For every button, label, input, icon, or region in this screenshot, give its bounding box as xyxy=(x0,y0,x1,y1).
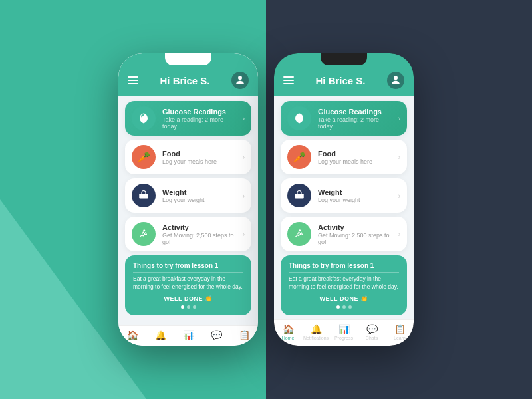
lesson-dots-light xyxy=(133,305,243,309)
glucose-text-dark: Glucose Readings Take a reading: 2 more … xyxy=(318,108,392,130)
food-chevron-dark: › xyxy=(398,154,400,161)
weight-text-dark: Weight Log your weight xyxy=(318,188,392,203)
chat-icon-dark: 💬 xyxy=(366,324,378,334)
glucose-chevron-light: › xyxy=(243,115,245,122)
weight-title-light: Weight xyxy=(162,188,236,196)
dot-1-light xyxy=(181,305,184,309)
svg-point-4 xyxy=(143,229,145,231)
activity-title-light: Activity xyxy=(162,223,236,231)
nav-progress-dark[interactable]: 📊 Progress xyxy=(330,324,358,340)
lesson-cta-dark: WELL DONE 👏 xyxy=(289,295,399,302)
activity-text-light: Activity Get Moving: 2,500 steps to go! xyxy=(162,223,236,245)
glucose-card-light[interactable]: Glucose Readings Take a reading: 2 more … xyxy=(125,101,251,136)
bottom-nav-dark: 🏠 Home 🔔 Notifications 📊 Progress 💬 Chat… xyxy=(274,319,414,346)
weight-icon-light xyxy=(132,184,156,207)
home-icon-dark: 🏠 xyxy=(283,324,294,334)
weight-chevron-light: › xyxy=(243,192,245,200)
glucose-title-light: Glucose Readings xyxy=(162,108,236,116)
lesson-cta-light: WELL DONE 👏 xyxy=(133,295,243,302)
home-icon-light: 🏠 xyxy=(127,330,138,340)
hamburger-menu-dark[interactable] xyxy=(283,76,294,84)
book-icon-light: 📋 xyxy=(239,330,250,340)
activity-subtitle-dark: Get Moving: 2,500 steps to go! xyxy=(318,232,392,245)
app-content-light: Glucose Readings Take a reading: 2 more … xyxy=(118,96,258,325)
dot-1-dark xyxy=(336,305,340,309)
dot-2-light xyxy=(187,305,190,309)
avatar-dark[interactable] xyxy=(387,72,404,89)
nav-learn-light[interactable]: 📋 xyxy=(230,330,258,340)
dot-3-light xyxy=(193,305,196,309)
weight-card-dark[interactable]: Weight Log your weight › xyxy=(281,178,407,213)
chart-icon-light: 📊 xyxy=(183,330,194,340)
glucose-title-dark: Glucose Readings xyxy=(318,108,392,116)
weight-title-dark: Weight xyxy=(318,188,392,196)
hamburger-menu-light[interactable] xyxy=(128,76,138,84)
weight-text-light: Weight Log your weight xyxy=(162,188,236,203)
phone-notch-dark xyxy=(321,53,367,65)
activity-card-dark[interactable]: Activity Get Moving: 2,500 steps to go! … xyxy=(281,217,407,251)
glucose-chevron-dark: › xyxy=(398,115,400,122)
phone-dark: Hi Brice S. xyxy=(274,53,414,346)
nav-chat-dark[interactable]: 💬 Chats xyxy=(358,324,386,340)
activity-icon-light xyxy=(132,222,156,246)
bell-icon-light: 🔔 xyxy=(155,330,166,340)
food-icon-light: 🥕 xyxy=(132,145,156,169)
nav-learn-dark[interactable]: 📋 Learn xyxy=(386,324,414,340)
lesson-title-dark: Things to try from lesson 1 xyxy=(289,262,399,273)
chat-icon-light: 💬 xyxy=(211,330,222,340)
activity-text-dark: Activity Get Moving: 2,500 steps to go! xyxy=(318,223,392,245)
phone-notch-light xyxy=(165,53,211,65)
bell-label-dark: Notifications xyxy=(303,336,329,340)
avatar-light[interactable] xyxy=(231,72,249,89)
food-subtitle-dark: Log your meals here xyxy=(318,158,392,165)
nav-notifications-dark[interactable]: 🔔 Notifications xyxy=(302,324,330,340)
food-card-dark[interactable]: 🥕 Food Log your meals here › xyxy=(281,140,407,174)
activity-subtitle-light: Get Moving: 2,500 steps to go! xyxy=(162,232,236,245)
nav-home-light[interactable]: 🏠 xyxy=(118,330,146,340)
nav-home-dark[interactable]: 🏠 Home xyxy=(274,324,302,340)
svg-point-0 xyxy=(238,76,242,80)
food-text-dark: Food Log your meals here xyxy=(318,150,392,165)
food-subtitle-light: Log your meals here xyxy=(162,158,236,165)
glucose-icon-dark xyxy=(287,106,311,130)
lesson-card-dark[interactable]: Things to try from lesson 1 Eat a great … xyxy=(281,255,407,315)
phone-screen-dark: Hi Brice S. xyxy=(274,53,414,346)
food-card-light[interactable]: 🥕 Food Log your meals here › xyxy=(125,140,251,174)
svg-point-6 xyxy=(298,118,301,121)
food-title-light: Food xyxy=(162,150,236,158)
glucose-icon-light xyxy=(132,106,156,130)
glucose-card-dark[interactable]: Glucose Readings Take a reading: 2 more … xyxy=(281,101,407,136)
book-label-dark: Learn xyxy=(394,336,406,340)
nav-notifications-light[interactable]: 🔔 xyxy=(146,330,174,340)
svg-point-3 xyxy=(143,195,145,197)
food-title-dark: Food xyxy=(318,150,392,158)
weight-subtitle-dark: Log your weight xyxy=(318,197,392,203)
chat-label-dark: Chats xyxy=(366,336,378,340)
header-title-light: Hi Brice S. xyxy=(160,75,209,86)
chart-label-dark: Progress xyxy=(334,336,353,340)
bottom-nav-light: 🏠 🔔 📊 💬 📋 xyxy=(118,325,258,346)
activity-chevron-light: › xyxy=(243,231,245,238)
weight-chevron-dark: › xyxy=(398,192,400,200)
nav-progress-light[interactable]: 📊 xyxy=(174,330,202,340)
activity-title-dark: Activity xyxy=(318,223,392,231)
activity-card-light[interactable]: Activity Get Moving: 2,500 steps to go! … xyxy=(125,217,251,251)
bell-icon-dark: 🔔 xyxy=(311,324,322,334)
svg-point-8 xyxy=(299,195,301,197)
nav-chat-light[interactable]: 💬 xyxy=(202,330,230,340)
activity-chevron-dark: › xyxy=(398,231,400,238)
weight-subtitle-light: Log your weight xyxy=(162,197,236,203)
weight-card-light[interactable]: Weight Log your weight › xyxy=(125,178,251,213)
lesson-card-light[interactable]: Things to try from lesson 1 Eat a great … xyxy=(125,255,251,315)
glucose-text-light: Glucose Readings Take a reading: 2 more … xyxy=(162,108,236,130)
svg-point-9 xyxy=(299,229,301,231)
glucose-subtitle-light: Take a reading: 2 more today xyxy=(162,116,236,130)
dot-2-dark xyxy=(342,305,346,309)
food-text-light: Food Log your meals here xyxy=(162,150,236,165)
lesson-body-light: Eat a great breakfast everyday in the mo… xyxy=(133,275,243,291)
food-icon-dark: 🥕 xyxy=(287,145,311,169)
svg-point-1 xyxy=(142,118,146,121)
lesson-title-light: Things to try from lesson 1 xyxy=(133,262,243,273)
phone-light: Hi Brice S. xyxy=(118,53,258,346)
header-title-dark: Hi Brice S. xyxy=(315,75,365,86)
